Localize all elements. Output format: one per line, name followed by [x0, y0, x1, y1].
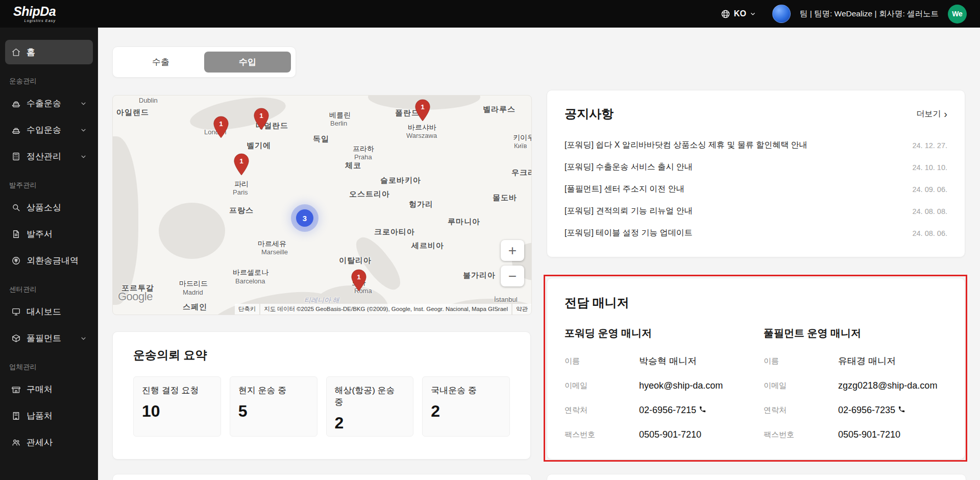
map-shortcuts-link[interactable]: 단축키 [235, 304, 260, 315]
manager-info-label: 연락처 [565, 405, 639, 415]
sidebar-item-label: 수출운송 [27, 98, 61, 109]
notice-row[interactable]: [포워딩] 테이블 설정 기능 업데이트24. 08. 06. [565, 222, 947, 244]
summary-stat-box[interactable]: 현지 운송 중5 [230, 376, 317, 437]
sidebar-item-export-shipping[interactable]: 수출운송 [5, 91, 93, 115]
manager-info-value-text: 02-6956-7215 [639, 405, 696, 416]
sidebar-item-customs-broker[interactable]: 관세사 [5, 430, 93, 454]
managers-title: 전담 매니저 [565, 295, 947, 311]
map-zoom-controls: + − [501, 240, 524, 286]
sidebar-section-order-mgmt: 발주관리 [0, 171, 98, 193]
manager-columns: 포워딩 운영 매니저이름박승혁 매니저이메일hyeok@ship-da.com연… [565, 326, 947, 451]
manager-info-label: 팩스번호 [764, 430, 838, 440]
phone-icon [698, 405, 706, 416]
shipment-summary-card: 운송의뢰 요약 진행 결정 요청10현지 운송 중5해상(항공) 운송 중2국내… [112, 331, 531, 460]
stat-value: 5 [238, 402, 309, 421]
shipment-map[interactable]: Dublin아일랜드London네덜란드베를린Berlin폴란드벨라루스바르샤바… [112, 95, 532, 315]
manager-info-label: 팩스번호 [565, 430, 639, 440]
notice-date: 24. 12. 27. [912, 141, 947, 150]
map-marker-pin[interactable]: 1 [414, 99, 431, 122]
tab-import[interactable]: 수입 [204, 52, 291, 73]
map-label: 슬로바키아 [380, 176, 421, 185]
logo-text: ShipDa [13, 4, 56, 18]
chevron-down-icon [80, 127, 87, 133]
partial-card-right [547, 474, 966, 480]
sidebar-item-import-shipping[interactable]: 수입운송 [5, 117, 93, 142]
manager-info-value: 0505-901-7210 [639, 429, 701, 440]
manager-info-value-text: 유태경 매니저 [838, 355, 896, 367]
tab-export[interactable]: 수출 [117, 52, 204, 73]
sidebar-item-label: 상품소싱 [27, 202, 61, 213]
sidebar-item-dashboard[interactable]: 대시보드 [5, 299, 93, 324]
map-marker-cluster[interactable]: 3 [296, 209, 313, 227]
map-zoom-in-button[interactable]: + [501, 240, 524, 261]
sidebar-item-home[interactable]: 홈 [5, 40, 93, 64]
map-zoom-out-button[interactable]: − [501, 266, 524, 286]
map-label: 아일랜드 [116, 108, 149, 117]
manager-info-row: 팩스번호0505-901-7210 [764, 427, 947, 442]
profile-avatar[interactable] [772, 5, 791, 23]
map-label: 마드리드 [179, 279, 208, 289]
manager-info-value-text: 0505-901-7210 [838, 429, 900, 440]
sidebar-item-product-sourcing[interactable]: 상품소싱 [5, 195, 93, 220]
calculator-icon [11, 152, 21, 161]
shipda-logo[interactable]: ShipDa Logistics Easy [13, 5, 56, 22]
google-logo[interactable]: Google [118, 290, 153, 303]
map-label: 우크라 [511, 168, 532, 178]
stat-value: 2 [335, 414, 405, 433]
sidebar-item-fulfillment[interactable]: 풀필먼트 [5, 326, 93, 350]
stat-value: 10 [142, 402, 212, 421]
map-label: Madrid [183, 289, 203, 296]
sidebar-item-label: 대시보드 [27, 306, 61, 318]
svg-text:1: 1 [259, 112, 263, 119]
manager-column: 포워딩 운영 매니저이름박승혁 매니저이메일hyeok@ship-da.com연… [565, 326, 748, 451]
sidebar-item-label: 수입운송 [27, 124, 61, 136]
map-label: Berlin [330, 119, 347, 127]
svg-text:1: 1 [239, 157, 243, 165]
sidebar-item-purchaser[interactable]: 구매처 [5, 377, 93, 401]
globe-icon [721, 9, 730, 19]
map-label: İstanbul [494, 296, 518, 303]
svg-text:1: 1 [357, 273, 361, 281]
notices-more-link[interactable]: 더보기 › [916, 109, 947, 119]
map-label: 몰도바 [493, 193, 517, 203]
summary-stat-box[interactable]: 해상(항공) 운송 중2 [326, 376, 414, 437]
map-label: 세르비아 [411, 241, 444, 251]
map-label: 루마니아 [448, 217, 480, 227]
language-selector[interactable]: KO [721, 9, 756, 19]
notice-row[interactable]: [포워딩] 수출운송 서비스 출시 안내24. 10. 10. [565, 156, 947, 178]
manager-info-value-text: hyeok@ship-da.com [639, 380, 723, 391]
notice-row[interactable]: [포워딩] 견적의뢰 기능 리뉴얼 안내24. 08. 08. [565, 200, 947, 222]
map-label: Marseille [261, 248, 288, 256]
map-marker-pin[interactable]: 1 [351, 269, 367, 292]
map-terms-link[interactable]: 약관 [512, 304, 531, 315]
svg-text:1: 1 [219, 120, 223, 128]
notice-date: 24. 10. 10. [912, 163, 947, 172]
notice-row[interactable]: [포워딩] 쉽다 X 알리바바닷컴 상품소싱 제휴 및 물류 할인혜택 안내24… [565, 134, 947, 156]
partial-card-left [112, 474, 532, 480]
map-marker-pin[interactable]: 1 [213, 116, 229, 138]
sidebar-item-purchase-order[interactable]: 발주서 [5, 222, 93, 246]
sidebar-item-supplier[interactable]: 납품처 [5, 403, 93, 428]
map-marker-pin[interactable]: 1 [233, 153, 250, 176]
company-avatar-badge[interactable]: We [948, 5, 967, 23]
sidebar-item-label: 납품처 [27, 410, 53, 422]
summary-stat-box[interactable]: 국내운송 중2 [422, 376, 510, 437]
topbar-right: KO 팀 | 팀명: WeDealize | 회사명: 셀러노트 We [721, 5, 967, 23]
logo-subtext: Logistics Easy [13, 19, 56, 22]
map-label: 불가리아 [463, 271, 496, 280]
sidebar-item-fx-remittance[interactable]: 외환송금내역 [5, 248, 93, 273]
summary-stat-box[interactable]: 진행 결정 요청10 [133, 376, 221, 437]
manager-info-value: 02-6956-7215 [639, 405, 706, 416]
stat-value: 2 [431, 402, 501, 421]
notice-row[interactable]: [풀필먼트] 센터 주소지 이전 안내24. 09. 06. [565, 178, 947, 200]
map-attribution: 단축키 지도 데이터 ©2025 GeoBasis-DE/BKG (©2009)… [113, 303, 531, 315]
manager-info-row: 이름유태경 매니저 [764, 353, 947, 369]
manager-column-title: 포워딩 운영 매니저 [565, 326, 748, 340]
map-marker-pin[interactable]: 1 [253, 108, 270, 130]
chevron-right-icon: › [944, 109, 947, 119]
stat-label: 진행 결정 요청 [142, 385, 212, 397]
sidebar-item-settlement-mgmt[interactable]: 정산관리 [5, 144, 93, 169]
chevron-down-icon [80, 100, 87, 107]
sourcing-icon [11, 203, 21, 212]
phone-icon [897, 405, 905, 416]
